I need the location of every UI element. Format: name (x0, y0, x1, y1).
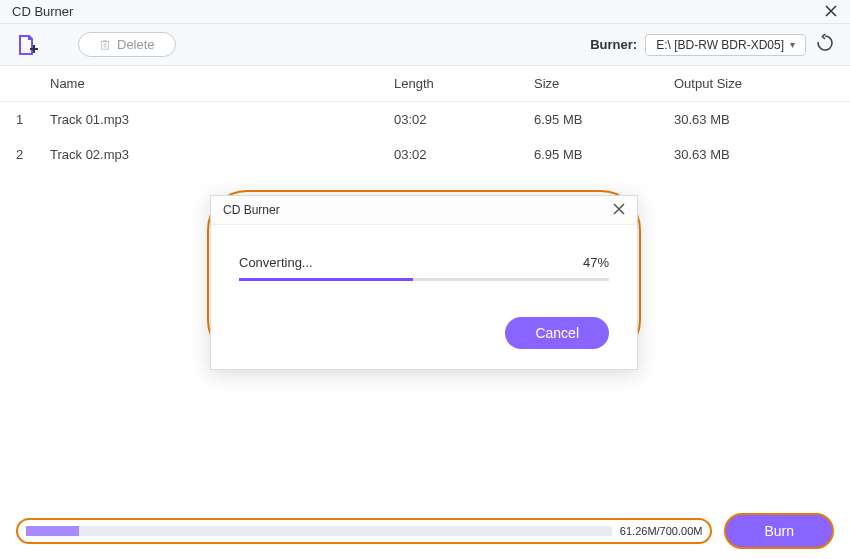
disc-usage-text: 61.26M/700.00M (620, 525, 703, 537)
modal-title: CD Burner (223, 203, 280, 217)
table-row[interactable]: 2 Track 02.mp3 03:02 6.95 MB 30.63 MB (0, 137, 850, 172)
row-number: 2 (16, 147, 50, 162)
burn-button[interactable]: Burn (724, 513, 834, 549)
header-output: Output Size (674, 76, 834, 91)
modal-status: Converting... (239, 255, 313, 270)
row-number: 1 (16, 112, 50, 127)
add-file-icon[interactable] (16, 34, 38, 56)
row-name: Track 02.mp3 (50, 147, 394, 162)
modal-titlebar: CD Burner (211, 196, 637, 225)
burner-label: Burner: (590, 37, 637, 52)
disc-usage-fill (26, 526, 79, 536)
modal-progress-bar (239, 278, 609, 281)
header-length: Length (394, 76, 534, 91)
modal-progress-fill (239, 278, 413, 281)
burner-select[interactable]: E:\ [BD-RW BDR-XD05] ▾ (645, 34, 806, 56)
header-size: Size (534, 76, 674, 91)
modal-percent: 47% (583, 255, 609, 270)
table-header: Name Length Size Output Size (0, 66, 850, 102)
header-name: Name (50, 76, 394, 91)
row-output: 30.63 MB (674, 147, 834, 162)
row-size: 6.95 MB (534, 112, 674, 127)
progress-modal: CD Burner Converting... 47% Cancel (210, 195, 638, 370)
window-title: CD Burner (12, 4, 73, 19)
close-icon[interactable] (824, 3, 838, 21)
delete-button[interactable]: Delete (78, 32, 176, 57)
cancel-button[interactable]: Cancel (505, 317, 609, 349)
disc-usage-bar (26, 526, 612, 536)
delete-button-label: Delete (117, 37, 155, 52)
disc-usage-highlight: 61.26M/700.00M (16, 518, 712, 544)
row-size: 6.95 MB (534, 147, 674, 162)
row-length: 03:02 (394, 147, 534, 162)
footer: 61.26M/700.00M Burn (16, 513, 834, 549)
trash-icon (99, 39, 111, 51)
row-length: 03:02 (394, 112, 534, 127)
close-icon[interactable] (613, 202, 625, 218)
refresh-icon[interactable] (816, 34, 834, 55)
window-titlebar: CD Burner (0, 0, 850, 24)
row-output: 30.63 MB (674, 112, 834, 127)
chevron-down-icon: ▾ (790, 39, 795, 50)
burner-selected-value: E:\ [BD-RW BDR-XD05] (656, 38, 784, 52)
toolbar: Delete Burner: E:\ [BD-RW BDR-XD05] ▾ (0, 24, 850, 66)
table-row[interactable]: 1 Track 01.mp3 03:02 6.95 MB 30.63 MB (0, 102, 850, 137)
row-name: Track 01.mp3 (50, 112, 394, 127)
